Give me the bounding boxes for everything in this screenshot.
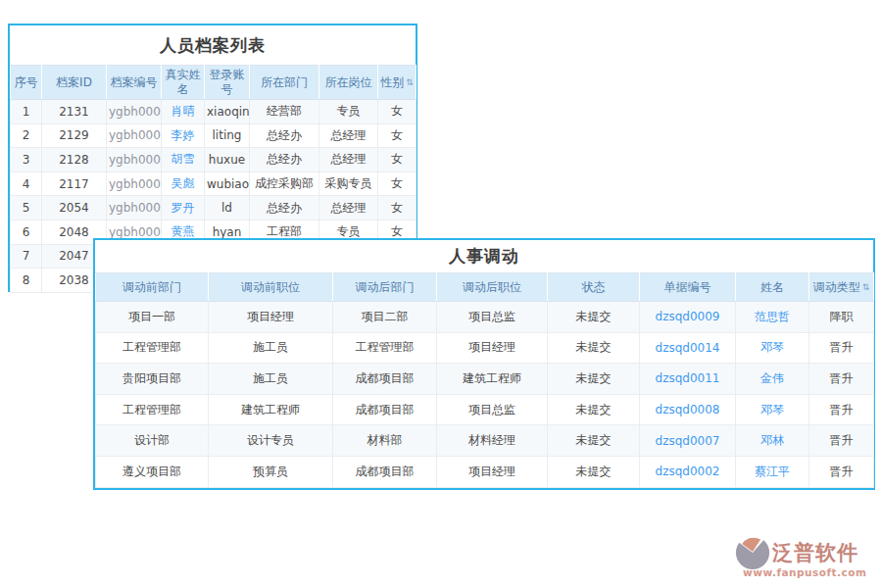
type-cell: 晋升 — [809, 394, 874, 425]
table-row: 52054ygbh000...罗丹ld总经办总经理女 — [11, 196, 416, 220]
dept-cell: 经营部 — [250, 100, 319, 124]
gender-cell: 女 — [378, 172, 416, 196]
fanpu-logo: 泛普软件 www.fanpusoft.com — [735, 535, 866, 578]
table-row: 12131ygbh000...肖晴xiaoqing经营部专员女 — [11, 100, 416, 124]
table-row: 贵阳项目部施工员成都项目部建筑工程师未提交dzsqd0011金伟晋升 — [96, 364, 874, 395]
account-cell: huxue — [205, 148, 250, 172]
table-row: 遵义项目部预算员成都项目部项目经理未提交dzsqd0002蔡江平晋升 — [96, 456, 874, 487]
status-cell: 未提交 — [548, 364, 640, 395]
sort-icon[interactable]: ⇅ — [862, 282, 870, 292]
person-cell[interactable]: 邓琴 — [736, 332, 809, 364]
archive-col-id: 档案ID — [42, 66, 107, 100]
to-dept-cell: 成都项目部 — [333, 456, 437, 487]
person-cell[interactable]: 蔡江平 — [736, 456, 809, 487]
from-dept-cell: 设计部 — [96, 425, 209, 457]
name-cell[interactable]: 罗丹 — [162, 196, 205, 220]
seq-cell: 8 — [11, 269, 42, 293]
archive-col-gender[interactable]: 性别⇅ — [378, 66, 416, 100]
transfer-col-type-label: 调动类型 — [813, 280, 860, 294]
table-row: 工程管理部建筑工程师成都项目部项目总监未提交dzsqd0008邓琴晋升 — [96, 394, 874, 425]
account-cell: ld — [205, 196, 250, 220]
archive-col-name: 真实姓名 — [162, 66, 205, 100]
doc-no-cell[interactable]: dzsqd0011 — [640, 364, 736, 395]
from-post-cell: 预算员 — [209, 456, 333, 487]
person-cell[interactable]: 邓林 — [736, 425, 809, 457]
code-cell: ygbh000... — [107, 172, 162, 196]
transfer-col-from-post: 调动前职位 — [209, 273, 333, 302]
fanpu-logo-text: 泛普软件 — [772, 539, 858, 566]
transfer-col-doc-no: 单据编号 — [640, 273, 736, 302]
account-cell: xiaoqing — [205, 100, 250, 124]
type-cell: 晋升 — [809, 332, 874, 364]
to-dept-cell: 材料部 — [333, 425, 437, 457]
person-cell[interactable]: 范思哲 — [736, 302, 809, 333]
from-dept-cell: 工程管理部 — [96, 394, 209, 425]
gender-cell: 女 — [378, 123, 416, 148]
table-row: 22129ygbh000...李婷liting总经办总经理女 — [11, 123, 416, 148]
dept-cell: 总经办 — [250, 148, 319, 172]
from-dept-cell: 工程管理部 — [96, 332, 209, 364]
from-post-cell: 设计专员 — [209, 425, 333, 457]
name-cell[interactable]: 李婷 — [162, 123, 205, 148]
type-cell: 晋升 — [809, 364, 874, 395]
from-post-cell: 项目经理 — [209, 302, 333, 333]
account-cell: wubiao — [205, 172, 250, 196]
type-cell: 降职 — [809, 302, 874, 333]
person-cell[interactable]: 邓琴 — [736, 394, 809, 425]
name-cell[interactable]: 胡雪 — [162, 148, 205, 172]
transfer-col-type[interactable]: 调动类型⇅ — [809, 273, 874, 302]
archive-panel-title: 人员档案列表 — [10, 25, 416, 65]
to-dept-cell: 项目二部 — [333, 302, 437, 333]
archive-col-account: 登录账号 — [205, 66, 250, 100]
doc-no-cell[interactable]: dzsqd0009 — [640, 302, 736, 333]
to-post-cell: 项目总监 — [437, 302, 548, 333]
table-row: 工程管理部施工员工程管理部项目经理未提交dzsqd0014邓琴晋升 — [96, 332, 874, 364]
archive-col-post: 所在岗位 — [319, 66, 378, 100]
seq-cell: 3 — [11, 148, 42, 172]
archive-col-gender-label: 性别 — [380, 75, 404, 89]
id-cell: 2131 — [42, 100, 107, 124]
archive-col-code: 档案编号 — [107, 66, 162, 100]
doc-no-cell[interactable]: dzsqd0007 — [640, 425, 736, 457]
code-cell: ygbh000... — [107, 196, 162, 220]
dept-cell: 总经办 — [250, 123, 319, 148]
transfer-col-person: 姓名 — [736, 273, 809, 302]
post-cell: 采购专员 — [319, 172, 378, 196]
name-cell[interactable]: 肖晴 — [162, 100, 205, 124]
post-cell: 总经理 — [319, 148, 378, 172]
sort-icon[interactable]: ⇅ — [406, 77, 414, 87]
seq-cell: 1 — [11, 100, 42, 124]
post-cell: 总经理 — [319, 123, 378, 148]
id-cell: 2129 — [42, 123, 107, 148]
person-cell[interactable]: 金伟 — [736, 364, 809, 395]
from-post-cell: 施工员 — [209, 332, 333, 364]
seq-cell: 5 — [11, 196, 42, 220]
table-row: 32128ygbh000...胡雪huxue总经办总经理女 — [11, 148, 416, 172]
table-row: 42117ygbh000...吴彪wubiao成控采购部采购专员女 — [11, 172, 416, 196]
id-cell: 2128 — [42, 148, 107, 172]
name-cell[interactable]: 吴彪 — [162, 172, 205, 196]
type-cell: 晋升 — [809, 456, 874, 487]
status-cell: 未提交 — [548, 394, 640, 425]
archive-col-seq: 序号 — [11, 66, 42, 100]
seq-cell: 6 — [11, 220, 42, 244]
to-post-cell: 项目总监 — [437, 394, 548, 425]
seq-cell: 7 — [11, 244, 42, 269]
to-post-cell: 材料经理 — [437, 425, 548, 457]
gender-cell: 女 — [378, 148, 416, 172]
doc-no-cell[interactable]: dzsqd0014 — [640, 332, 736, 364]
table-row: 设计部设计专员材料部材料经理未提交dzsqd0007邓林晋升 — [96, 425, 874, 457]
seq-cell: 4 — [11, 172, 42, 196]
code-cell: ygbh000... — [107, 100, 162, 124]
post-cell: 总经理 — [319, 196, 378, 220]
table-row: 项目一部项目经理项目二部项目总监未提交dzsqd0009范思哲降职 — [96, 302, 874, 333]
dept-cell: 总经办 — [250, 196, 319, 220]
status-cell: 未提交 — [548, 425, 640, 457]
code-cell: ygbh000... — [107, 123, 162, 148]
to-dept-cell: 工程管理部 — [333, 332, 437, 364]
transfer-panel-title: 人事调动 — [95, 240, 873, 272]
dept-cell: 成控采购部 — [250, 172, 319, 196]
doc-no-cell[interactable]: dzsqd0008 — [640, 394, 736, 425]
doc-no-cell[interactable]: dzsqd0002 — [640, 456, 736, 487]
fanpu-logo-url: www.fanpusoft.com — [743, 566, 866, 578]
